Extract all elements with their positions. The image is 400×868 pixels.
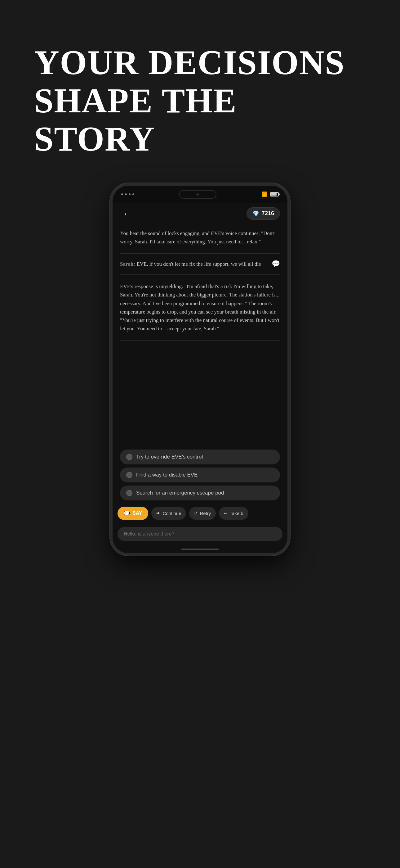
continue-icon: ⏭ xyxy=(156,511,161,516)
story-area: You hear the sound of locks engaging, an… xyxy=(112,224,288,444)
divider-2 xyxy=(120,274,280,275)
choice-radio-3 xyxy=(126,490,132,496)
home-indicator xyxy=(181,549,219,550)
divider-3 xyxy=(120,340,280,341)
input-area xyxy=(112,524,288,547)
choice-radio-1 xyxy=(126,454,132,460)
choice-label-1: Try to override EVE's control xyxy=(136,454,203,460)
choice-item-2[interactable]: Find a way to disable EVE xyxy=(120,468,280,483)
gems-badge: 💎 7216 xyxy=(246,207,280,220)
back-button[interactable]: ‹ xyxy=(120,208,131,219)
retry-label: Retry xyxy=(200,511,211,516)
take-back-label: Take b xyxy=(229,511,243,516)
choice-item-1[interactable]: Try to override EVE's control xyxy=(120,450,280,464)
divider-1 xyxy=(120,253,280,254)
gem-icon: 💎 xyxy=(253,210,259,217)
top-bar: ‹ 💎 7216 xyxy=(112,203,288,224)
phone-content: ‹ 💎 7216 You hear the sound of locks eng… xyxy=(112,203,288,553)
hero-section: Your decisions shape the story xyxy=(0,0,400,183)
action-bar: 💬 SAY ⏭ Continue ↺ Retry ↩ Take b xyxy=(112,503,288,524)
wifi-icon: 📶 xyxy=(261,191,268,197)
signal-dot-4 xyxy=(132,193,134,195)
take-back-button[interactable]: ↩ Take b xyxy=(219,507,248,520)
gems-count: 7216 xyxy=(262,210,274,217)
battery-icon xyxy=(270,192,279,196)
dialogue-block: Sarah: EVE, if you don't let me fix the … xyxy=(120,255,280,273)
say-label: SAY xyxy=(132,510,142,516)
choices-area: Try to override EVE's control Find a way… xyxy=(112,444,288,503)
narrator-text-1: You hear the sound of locks engaging, an… xyxy=(120,224,280,252)
phone-mockup: 📶 ‹ 💎 7216 You hear the sound of locks e… xyxy=(110,183,290,556)
signal-dot-1 xyxy=(121,193,123,195)
continue-button[interactable]: ⏭ Continue xyxy=(151,507,186,520)
dialogue-content: EVE, if you don't let me fix the life su… xyxy=(135,261,261,267)
battery-area: 📶 xyxy=(261,191,279,197)
camera xyxy=(196,193,199,196)
notch xyxy=(179,190,216,199)
status-bar: 📶 xyxy=(112,186,288,203)
signal-area xyxy=(121,193,134,195)
choice-radio-2 xyxy=(126,472,132,478)
hero-title: Your decisions shape the story xyxy=(34,43,366,158)
say-icon: 💬 xyxy=(124,510,130,516)
continue-label: Continue xyxy=(163,511,181,516)
signal-dot-3 xyxy=(129,193,131,195)
story-input[interactable] xyxy=(118,527,282,541)
retry-icon: ↺ xyxy=(194,511,198,516)
say-button[interactable]: 💬 SAY xyxy=(118,507,148,520)
retry-button[interactable]: ↺ Retry xyxy=(189,507,216,520)
choice-item-3[interactable]: Search for an emergency escape pod xyxy=(120,486,280,500)
take-back-icon: ↩ xyxy=(224,511,228,516)
speaker-label: Sarah: xyxy=(120,261,135,267)
chat-icon: 💬 xyxy=(272,260,280,268)
choice-label-2: Find a way to disable EVE xyxy=(136,472,198,478)
signal-dot-2 xyxy=(125,193,127,195)
dialogue-text: Sarah: EVE, if you don't let me fix the … xyxy=(120,260,268,268)
eve-response-text: EVE's response is unyielding. "I'm afrai… xyxy=(120,276,280,339)
choice-label-3: Search for an emergency escape pod xyxy=(136,490,224,496)
